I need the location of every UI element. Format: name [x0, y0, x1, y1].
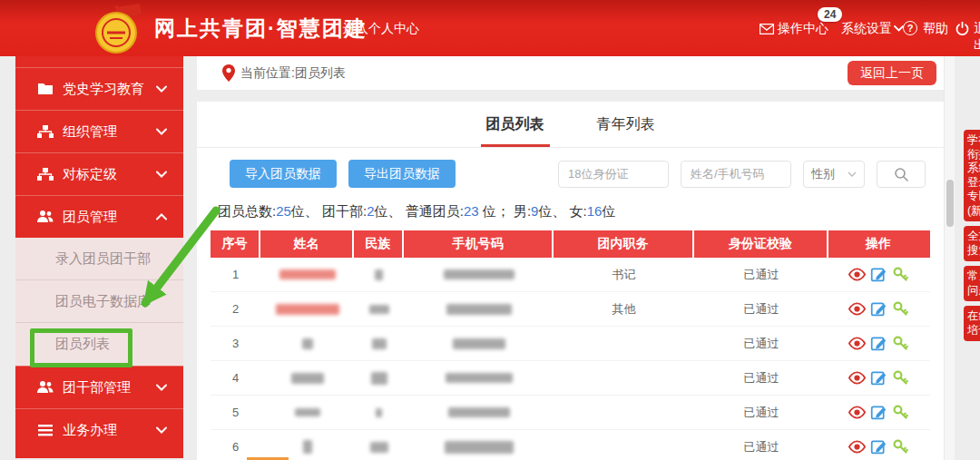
notification-count-badge[interactable]: 24 — [818, 7, 842, 22]
row-phone-redacted — [404, 373, 554, 383]
scrollbar-track[interactable] — [944, 56, 955, 460]
gender-select-label: 性别 — [811, 166, 835, 182]
power-icon[interactable] — [956, 22, 969, 35]
stats-part: 位； 男: — [479, 203, 532, 219]
row-id-check: 已通过 — [694, 267, 828, 283]
col-header-phone: 手机号码 — [404, 230, 554, 258]
app-window: 网上共青团·智慧团建 进入个人中心 操作中心 24 系统设置 ? 帮助 退出 — [0, 0, 980, 460]
edit-icon[interactable] — [870, 404, 887, 421]
table-header-row: 序号 姓名 民族 手机号码 团内职务 身份证校验 操作 — [211, 230, 930, 258]
stats-part: 位 — [602, 203, 615, 219]
row-name-redacted — [260, 408, 354, 416]
name-phone-input[interactable] — [681, 161, 791, 188]
row-position: 书记 — [554, 267, 694, 283]
table-row: 3 已通过 — [211, 327, 930, 361]
view-eye-icon[interactable] — [848, 438, 866, 455]
table-row: 1 书记 已通过 — [211, 258, 930, 292]
logout-link[interactable]: 退出 — [974, 21, 980, 54]
sidebar-subitem-member-edatabase[interactable]: 团员电子数据库 — [15, 280, 183, 323]
users-icon — [37, 380, 54, 395]
side-tab-line: 问题 — [967, 284, 980, 299]
scrollbar-thumb[interactable] — [946, 180, 954, 227]
row-ethnicity-redacted — [354, 372, 404, 385]
view-eye-icon[interactable] — [848, 266, 866, 283]
help-link[interactable]: 帮助 — [923, 21, 948, 37]
member-stats-text: 团员总数:25位、 团干部:2位、 普通团员:23 位； 男:9位、 女:16位 — [218, 203, 926, 220]
side-tab-line: 常见 — [967, 269, 980, 284]
stats-number: 23 — [464, 203, 479, 219]
table-row: 4 已通过 — [211, 361, 930, 396]
stats-number: 16 — [587, 203, 603, 219]
row-actions — [828, 438, 928, 455]
row-phone-redacted — [404, 304, 554, 315]
edit-icon[interactable] — [870, 335, 887, 352]
sidebar-item-benchmark-rating[interactable]: 对标定级 — [15, 152, 183, 195]
header-actions: 操作中心 24 系统设置 ? 帮助 退出 — [758, 0, 980, 56]
col-header-actions: 操作 — [828, 230, 928, 258]
row-id-check: 已通过 — [694, 370, 828, 387]
col-header-name: 姓名 — [260, 230, 354, 258]
row-name-redacted — [260, 373, 354, 384]
export-members-button[interactable]: 导出团员数据 — [348, 160, 456, 188]
edit-icon[interactable] — [870, 300, 887, 318]
sidebar-subitem-enter-members[interactable]: 录入团员团干部 — [15, 238, 183, 280]
key-icon[interactable] — [892, 266, 909, 283]
edit-icon[interactable] — [870, 438, 887, 455]
side-tab-faq[interactable]: 常见 问题 — [964, 266, 980, 301]
table-row: 5 已通过 — [211, 396, 930, 430]
sidebar-item-cadre-management[interactable]: 团干部管理 — [15, 366, 183, 408]
row-id-check: 已通过 — [694, 301, 828, 318]
stats-number: 2 — [367, 203, 374, 219]
chevron-down-icon — [156, 85, 167, 93]
key-icon[interactable] — [892, 300, 909, 318]
row-name-redacted — [260, 338, 354, 349]
gender-select[interactable]: 性别 — [803, 161, 865, 188]
side-tab-line: (新) — [967, 204, 980, 219]
stats-part: 团员总数: — [218, 203, 276, 219]
sidebar-item-party-history-study[interactable]: 党史学习教育 — [15, 67, 183, 110]
row-id-check: 已通过 — [694, 439, 828, 455]
view-eye-icon[interactable] — [848, 369, 866, 387]
row-index: 1 — [211, 268, 260, 281]
row-actions — [828, 369, 928, 387]
row-index: 3 — [211, 337, 260, 350]
edit-icon[interactable] — [870, 266, 887, 283]
side-tab-online-training[interactable]: 在线 培训 — [964, 306, 980, 341]
stats-part: 位、 女: — [538, 203, 586, 219]
row-name-redacted — [260, 304, 354, 315]
row-phone-redacted — [404, 338, 554, 349]
key-icon[interactable] — [892, 335, 909, 352]
row-phone-redacted — [404, 407, 554, 417]
back-button[interactable]: 返回上一页 — [848, 61, 936, 85]
tab-member-list[interactable]: 团员列表 — [481, 102, 550, 147]
app-title: 网上共青团·智慧团建 — [154, 15, 368, 43]
edit-icon[interactable] — [870, 369, 887, 387]
stats-part: 位、 团干部: — [291, 203, 367, 219]
view-eye-icon[interactable] — [848, 300, 866, 318]
sidebar-item-organization-management[interactable]: 组织管理 — [15, 110, 183, 152]
sidebar-item-member-management[interactable]: 团员管理 — [15, 195, 183, 238]
sidebar-item-business-handling[interactable]: 业务办理 — [15, 408, 183, 451]
key-icon[interactable] — [892, 404, 909, 421]
submenu-item-label: 团员列表 — [55, 336, 110, 353]
row-name-redacted — [260, 440, 354, 454]
sitemap-icon — [37, 124, 54, 139]
import-members-button[interactable]: 导入团员数据 — [230, 160, 337, 188]
key-icon[interactable] — [892, 369, 909, 387]
row-phone-redacted — [404, 441, 554, 454]
side-tab-line: 衔接 — [967, 148, 980, 162]
side-tab-xueshe-login[interactable]: 学社 衔接 系统 登录 专区 (新) — [964, 130, 980, 221]
view-eye-icon[interactable] — [848, 404, 866, 421]
row-position: 其他 — [554, 301, 694, 318]
toolbar: 导入团员数据 导出团员数据 性别 — [230, 160, 926, 188]
enter-personal-center-link[interactable]: 进入个人中心 — [343, 21, 419, 37]
view-eye-icon[interactable] — [848, 335, 866, 352]
system-settings-link[interactable]: 系统设置 — [841, 21, 892, 37]
sidebar-subitem-member-list[interactable]: 团员列表 — [15, 323, 183, 366]
id-card-input[interactable] — [558, 161, 669, 188]
operation-center-link[interactable]: 操作中心 — [778, 21, 828, 37]
search-button[interactable] — [877, 161, 926, 188]
side-tab-fulltext-search[interactable]: 全文 搜索 — [964, 226, 980, 261]
key-icon[interactable] — [892, 438, 909, 455]
tab-youth-list[interactable]: 青年列表 — [592, 102, 661, 147]
